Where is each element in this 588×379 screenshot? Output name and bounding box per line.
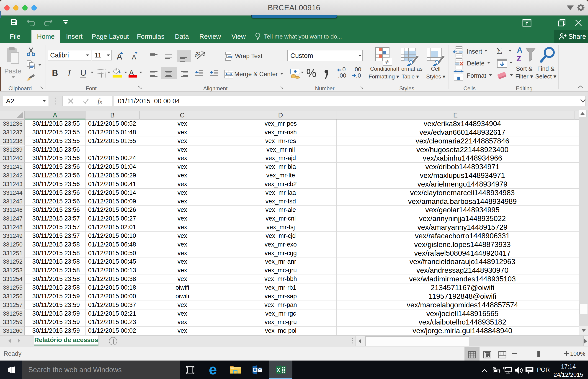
svg-text:X: X (276, 367, 280, 373)
svg-text:≠: ≠ (385, 58, 389, 66)
